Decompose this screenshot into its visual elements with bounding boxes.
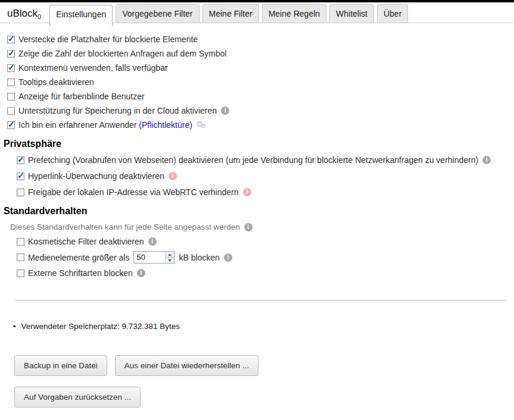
app-logo-text: uBlock (7, 8, 38, 19)
checkbox-label: Anzeige für farbenblinde Benutzer (18, 92, 145, 101)
tab-meine-regeln[interactable]: Meine Regeln (262, 4, 326, 23)
setting-row: ✓ Medienelemente größer als kB blocken i (17, 251, 507, 264)
setting-row: ✓ Tooltips deaktivieren (7, 77, 507, 87)
app-logo: uBlock0 (7, 8, 41, 20)
checkbox-large-media[interactable]: ✓ (17, 253, 24, 261)
checkbox-disable-tooltips[interactable]: ✓ (7, 79, 15, 86)
reset-defaults-button[interactable]: Auf Vorgaben zurücksetzen ... (14, 387, 141, 408)
setting-row: ✓ Ich bin ein erfahrener Anwender (Pflic… (7, 120, 507, 130)
backup-button[interactable]: Backup in eine Datei (14, 355, 107, 376)
checkbox-webrtc[interactable]: ✓ (17, 189, 24, 196)
storage-used-value: 9.732.381 Bytes (122, 322, 180, 331)
tab-einstellungen[interactable]: Einstellungen (49, 5, 113, 26)
setting-row: ✓ Kosmetische Filter deaktivieren i (17, 237, 507, 246)
checkbox-context-menu[interactable]: ✓ (7, 64, 15, 72)
check-mark-icon: ✓ (17, 171, 24, 180)
app-logo-subscript: 0 (38, 13, 41, 20)
tab-vorgegebene-filter[interactable]: Vorgegebene Filter (116, 4, 199, 23)
spinner-down-icon[interactable] (166, 258, 174, 263)
setting-row: ✓ Externe Schriftarten blocken i (17, 268, 507, 278)
checkbox-label: Zeige die Zahl der blockierten Anfragen … (18, 49, 226, 58)
info-icon[interactable]: i (244, 223, 253, 231)
media-size-input[interactable] (134, 252, 165, 263)
checkbox-label: Prefetching (Vorabrufen von Webseiten) d… (28, 155, 478, 165)
media-size-field-wrap (133, 251, 175, 264)
checkbox-label: Verstecke die Platzhalter für blockierte… (18, 35, 198, 44)
section-title-behavior: Standardverhalten (4, 206, 507, 217)
check-mark-icon: ✓ (17, 155, 24, 164)
checkbox-hyperlink-auditing[interactable]: ✓ (17, 173, 24, 180)
check-mark-icon: ✓ (8, 62, 15, 72)
info-icon[interactable]: i (137, 269, 145, 277)
tab-whitelist[interactable]: Whitelist (329, 4, 374, 23)
spinner-up-icon[interactable] (166, 252, 174, 258)
behavior-note-text: Dieses Standardverhalten kann für jede S… (10, 222, 240, 231)
info-icon[interactable]: i (482, 156, 491, 164)
checkbox-label: Externe Schriftarten blocken (28, 268, 133, 278)
setting-row: ✓ Kontextmenü verwenden, falls verfügbar (7, 63, 507, 73)
checkbox-label: Hyperlink-Überwachung deaktivieren (28, 171, 164, 181)
setting-row: ✓ Freigabe der lokalen IP-Adresse via We… (17, 187, 507, 197)
settings-content: ✓ Verstecke die Platzhalter für blockier… (0, 26, 514, 408)
checkbox-label: Unterstützung für Speicherung in der Clo… (18, 106, 217, 115)
tab-meine-filter[interactable]: Meine Filter (203, 4, 259, 23)
info-warning-icon[interactable]: i (169, 172, 177, 180)
info-icon[interactable]: i (221, 106, 229, 115)
setting-row: ✓ Prefetching (Vorabrufen von Webseiten)… (17, 155, 507, 165)
setting-row: ✓ Hyperlink-Überwachung deaktivieren i (17, 171, 507, 181)
setting-row: ✓ Anzeige für farbenblinde Benutzer (7, 92, 507, 101)
checkbox-label-after: kB blocken (179, 253, 219, 262)
checkbox-label: Freigabe der lokalen IP-Adresse via WebR… (28, 187, 239, 197)
info-warning-icon[interactable]: i (243, 188, 251, 196)
setting-row: ✓ Verstecke die Platzhalter für blockier… (7, 35, 507, 44)
setting-row: ✓ Unterstützung für Speicherung in der C… (7, 106, 507, 115)
gear-small-icon: ⚙ (201, 123, 206, 129)
button-row-1: Backup in eine Datei Aus einer Datei wie… (14, 355, 507, 376)
info-icon[interactable]: i (224, 253, 232, 262)
restore-button[interactable]: Aus einer Datei wiederherstellen ... (115, 355, 258, 376)
section-title-privacy: Privatsphäre (4, 139, 507, 149)
checkbox-prefetching[interactable]: ✓ (17, 156, 24, 164)
checkbox-hide-placeholders[interactable]: ✓ (7, 36, 15, 43)
button-row-2: Auf Vorgaben zurücksetzen ... (14, 387, 507, 408)
checkbox-label: Kosmetische Filter deaktivieren (28, 237, 144, 246)
checkbox-cloud-storage[interactable]: ✓ (7, 107, 15, 115)
gears-icon[interactable]: ⚙⚙ (196, 120, 208, 130)
required-reading-link[interactable]: (Pflichtlektüre) (139, 120, 192, 130)
checkbox-cosmetic-filters[interactable]: ✓ (17, 238, 24, 246)
checkbox-advanced-user[interactable]: ✓ (7, 121, 15, 129)
checkbox-show-blocked-count[interactable]: ✓ (7, 50, 15, 58)
checkbox-color-blind[interactable]: ✓ (7, 93, 15, 101)
check-mark-icon: ✓ (8, 34, 15, 43)
checkbox-label: Kontextmenü verwenden, falls verfügbar (18, 63, 168, 73)
check-mark-icon: ✓ (8, 48, 15, 58)
tab-ueber[interactable]: Über (377, 4, 408, 23)
storage-used-line: • Verwendeter Speicherplatz: 9.732.381 B… (13, 322, 507, 331)
checkbox-label: Ich bin ein erfahrener Anwender (18, 120, 136, 130)
info-icon[interactable]: i (148, 237, 157, 246)
setting-row: ✓ Zeige die Zahl der blockierten Anfrage… (7, 49, 507, 58)
checkbox-label: Medienelemente größer als (28, 253, 129, 262)
checkbox-label: Tooltips deaktivieren (18, 77, 94, 87)
checkbox-remote-fonts[interactable]: ✓ (17, 269, 24, 277)
behavior-note: Dieses Standardverhalten kann für jede S… (10, 222, 507, 231)
ublock-settings-page: { "header": { "logo_text": "uBlock", "lo… (0, 0, 514, 420)
storage-used-label: Verwendeter Speicherplatz: (21, 322, 120, 331)
bullet-icon: • (13, 322, 16, 331)
check-mark-icon: ✓ (8, 120, 15, 129)
tab-bar: uBlock0 Einstellungen Vorgegebene Filter… (0, 2, 514, 26)
divider (15, 300, 507, 300)
spinner (165, 252, 174, 263)
